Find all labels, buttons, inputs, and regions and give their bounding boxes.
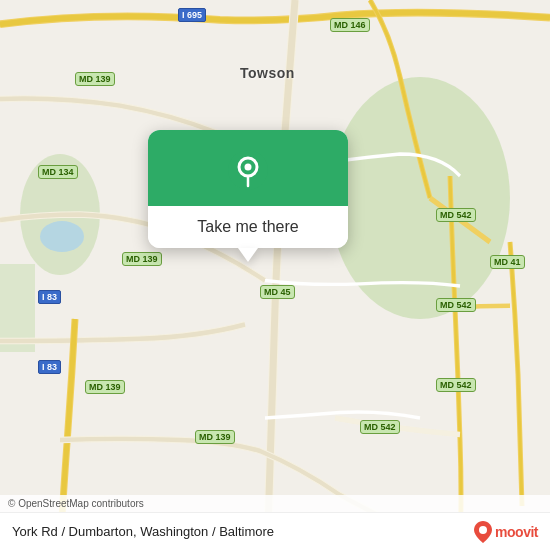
popup-card: Take me there: [148, 130, 348, 248]
moovit-logo: moovit: [474, 521, 538, 543]
road-shield-md542-4: MD 542: [360, 420, 400, 434]
road-shield-md542-2: MD 542: [436, 298, 476, 312]
road-shield-md139-3: MD 139: [85, 380, 125, 394]
svg-point-7: [479, 526, 487, 534]
road-shield-md45: MD 45: [260, 285, 295, 299]
road-shield-i83-2: I 83: [38, 360, 61, 374]
road-shield-md41: MD 41: [490, 255, 525, 269]
road-shield-i83-1: I 83: [38, 290, 61, 304]
road-shield-md146: MD 146: [330, 18, 370, 32]
city-label: Towson: [240, 65, 295, 81]
road-shield-md139-1: MD 139: [75, 72, 115, 86]
location-pin-icon: [226, 148, 270, 192]
popup-tail: [238, 248, 258, 262]
moovit-app-name: moovit: [495, 524, 538, 540]
road-shield-md542-1: MD 542: [436, 208, 476, 222]
road-shield-md139-4: MD 139: [195, 430, 235, 444]
svg-point-3: [40, 221, 84, 252]
road-shield-i695: I 695: [178, 8, 206, 22]
moovit-pin-icon: [474, 521, 492, 543]
road-shield-md134: MD 134: [38, 165, 78, 179]
road-shield-md542-3: MD 542: [436, 378, 476, 392]
road-shield-md139-2: MD 139: [122, 252, 162, 266]
location-info: York Rd / Dumbarton, Washington / Baltim…: [12, 524, 474, 539]
attribution-bar: © OpenStreetMap contributors: [0, 495, 550, 512]
map-container: Towson I 695 MD 146 MD 139 MD 134 MD 139…: [0, 0, 550, 550]
bottom-bar: York Rd / Dumbarton, Washington / Baltim…: [0, 512, 550, 550]
svg-point-6: [245, 164, 252, 171]
location-name: York Rd / Dumbarton, Washington / Baltim…: [12, 524, 274, 539]
popup-icon-area: [148, 130, 348, 206]
take-me-there-button[interactable]: Take me there: [148, 206, 348, 248]
